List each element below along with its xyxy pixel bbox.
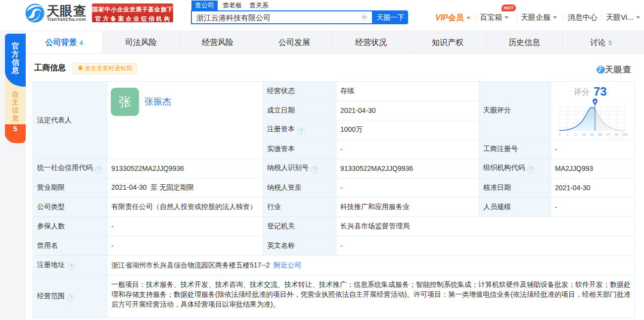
svg-text:主: 主 <box>12 98 19 106</box>
svg-text:息: 息 <box>11 66 19 74</box>
svg-text:1: 1 <box>567 133 569 136</box>
svg-text:15: 15 <box>582 133 586 136</box>
svg-text:0: 0 <box>558 133 560 136</box>
svg-text:自: 自 <box>12 90 19 98</box>
svg-text:方: 方 <box>11 50 19 58</box>
svg-text:5: 5 <box>13 125 17 133</box>
svg-text:息: 息 <box>12 114 19 122</box>
svg-text:85: 85 <box>598 133 602 136</box>
svg-text:98: 98 <box>615 133 619 136</box>
svg-text:3: 3 <box>575 133 577 136</box>
svg-text:官: 官 <box>12 42 19 50</box>
svg-text:信: 信 <box>11 106 19 114</box>
svg-text:97: 97 <box>606 133 610 136</box>
svg-text:100: 100 <box>622 133 628 136</box>
svg-text:50: 50 <box>590 133 594 136</box>
svg-text:信: 信 <box>11 58 20 66</box>
